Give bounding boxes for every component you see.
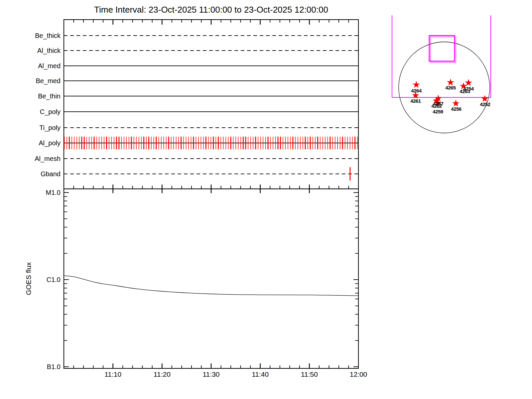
time-tick-label-1110: 11:10 <box>104 370 121 378</box>
filter-label-ti_poly: Ti_poly <box>39 124 61 132</box>
pointing-box-outer <box>429 36 455 61</box>
active-region-label-4256: 4256 <box>451 106 461 112</box>
active-region-label-4262: 4262 <box>431 103 442 109</box>
goes-flux-curve <box>64 276 358 296</box>
time-tick-label-1120: 11:20 <box>154 370 171 378</box>
active-region-star-4252 <box>481 95 488 102</box>
active-region-label-4252: 4252 <box>480 101 490 107</box>
active-region-star-4256 <box>452 100 460 107</box>
time-tick-label-1130: 11:30 <box>203 370 220 378</box>
observation-summary-plot: Time Interval: 23-Oct-2025 11:00:00 to 2… <box>0 0 532 399</box>
goes-panel-frame <box>64 189 358 368</box>
filter-label-al_med: Al_med <box>38 62 61 70</box>
filter-label-al_mesh: Al_mesh <box>35 155 61 163</box>
plot-graphics <box>0 0 532 399</box>
filter-label-be_thick: Be_thick <box>35 32 61 40</box>
filter-label-al_thick: Al_thick <box>37 47 61 55</box>
pointing-box-inner <box>431 37 456 63</box>
goes-ytick-label-m1.0: M1.0 <box>46 189 61 197</box>
filter-label-c_poly: C_poly <box>40 108 61 116</box>
active-region-label-4265: 4265 <box>445 85 456 90</box>
active-region-label-4259: 4259 <box>433 109 443 114</box>
filter-label-al_poly: Al_poly <box>39 139 61 147</box>
active-region-label-4264: 4264 <box>411 88 421 93</box>
active-region-star-4264 <box>413 81 420 88</box>
active-region-label-4254: 4254 <box>463 86 473 91</box>
filter-label-be_thin: Be_thin <box>38 92 61 100</box>
filter-label-gband: Gband <box>41 170 61 178</box>
plot-title: Time Interval: 23-Oct-2025 11:00:00 to 2… <box>64 5 358 15</box>
goes-flux-axis-title: GOES flux <box>25 262 33 295</box>
filter-panel-frame <box>64 20 358 189</box>
time-tick-label-1140: 11:40 <box>252 370 269 378</box>
active-region-label-4261: 4261 <box>410 98 421 104</box>
goes-ytick-label-b1.0: B1.0 <box>47 363 61 371</box>
filter-label-be_med: Be_med <box>36 77 61 85</box>
goes-ytick-label-c1.0: C1.0 <box>47 276 61 284</box>
active-region-star-4254 <box>465 79 472 86</box>
time-tick-label-1200: 12:00 <box>350 370 367 378</box>
time-tick-label-1150: 11:50 <box>301 370 318 378</box>
